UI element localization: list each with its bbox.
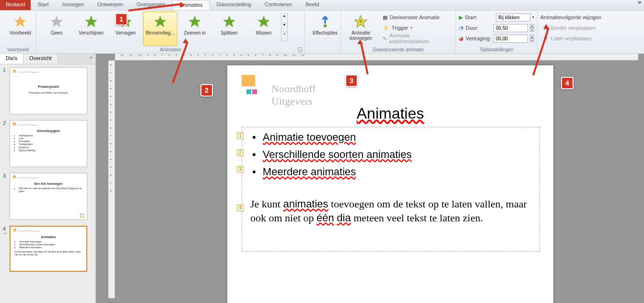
split-star-icon	[221, 14, 238, 29]
animation-painter-button[interactable]: ✎ Animatie kopiëren/plakken	[380, 34, 453, 43]
slide-canvas[interactable]: Noordhoff Uitgevers Animaties 1 2 3 4 An…	[227, 65, 553, 303]
ribbon-group-advanced: + Animatie toevoegen ▦ Deelvenster Anima…	[341, 11, 456, 53]
svg-marker-0	[14, 15, 26, 27]
anim-tag[interactable]: 3	[237, 166, 244, 173]
thumb-bullets: Achtergrond Link Animaties Overgangen Sm…	[19, 134, 83, 151]
callout-1: 1	[115, 13, 128, 25]
delay-spinner[interactable]: ▲▼	[530, 35, 534, 42]
start-select[interactable]	[496, 13, 530, 22]
selection-box	[242, 127, 540, 252]
options-dropdown-icon[interactable]	[637, 1, 642, 4]
anim-split-label: Splitsen	[221, 30, 238, 36]
timing-group-caption: Tijdsinstellingen	[456, 47, 537, 52]
animation-pane-button[interactable]: ▦ Deelvenster Animatie	[380, 12, 453, 22]
menu-insert[interactable]: Invoegen	[56, 0, 91, 10]
anim-floatin-label: Zweven in	[184, 30, 206, 36]
chevron-down-icon[interactable]: ▾	[532, 15, 534, 19]
duration-clock-icon: ◔	[459, 25, 464, 31]
thumb-title: Inhoudsopgave	[14, 129, 83, 133]
callout-2: 2	[200, 84, 213, 97]
none-star-icon	[48, 14, 65, 29]
svg-text:+: +	[359, 17, 363, 25]
slide-logo-text: Noordhoff Uitgevers	[271, 83, 316, 108]
trigger-label: Trigger	[392, 25, 408, 31]
effect-options-button[interactable]: Effectopties	[308, 12, 342, 46]
anim-tag[interactable]: 2	[237, 149, 244, 156]
thumb-number: 1	[3, 67, 8, 114]
delay-clock-icon: ◕	[459, 36, 464, 42]
delay-label: Vertraging:	[466, 36, 492, 41]
anim-none[interactable]: Geen	[39, 12, 74, 46]
duration-input[interactable]	[493, 24, 528, 32]
ribbon-group-reorder: Animatievolgorde wijzigen ▲ Eerder verpl…	[538, 11, 644, 53]
ribbon-group-preview: Voorbeeld Voorbeeld	[0, 11, 36, 53]
add-animation-icon: +	[352, 14, 369, 29]
appear-star-icon	[82, 14, 100, 29]
anim-wipe-label: Wissen	[256, 30, 272, 36]
trigger-button[interactable]: ⚡ Trigger ▾	[380, 23, 453, 33]
flyin-star-icon	[152, 14, 169, 29]
thumb-title: Animaties	[14, 235, 82, 239]
anim-fade-label: Vervagen	[116, 30, 136, 36]
slide-thumb[interactable]: 1 Noordhoff Uitgevers Powerpoint Present…	[3, 67, 94, 114]
menu-view[interactable]: Beeld	[299, 0, 326, 10]
anim-split[interactable]: Splitsen	[212, 12, 246, 46]
duration-spinner[interactable]: ▲▼	[530, 24, 534, 32]
thumb-title: Powerpoint	[14, 85, 83, 89]
anim-appear-label: Verschijnen	[79, 30, 104, 36]
animation-pane-icon: ▦	[383, 14, 387, 21]
adv-group-caption: Geavanceerde animatie	[341, 47, 456, 52]
thumb-extra: Je kunt animaties toevoegen om de tekst …	[14, 251, 82, 256]
wipe-star-icon	[255, 14, 272, 29]
thumb-bullets: Klik hier om naar de website van Noordho…	[19, 187, 83, 193]
menubar: Bestand Start Invoegen Ontwerpen Overgan…	[0, 0, 644, 11]
menu-file[interactable]: Bestand	[0, 0, 31, 10]
move-earlier-button[interactable]: ▲ Eerder verplaatsen	[540, 23, 641, 33]
slide-panel-tabs: Dia's Overzicht ×	[0, 54, 95, 64]
slide-thumb[interactable]: 4 ✦ Noordhoff Uitgevers Animaties Animat…	[3, 226, 94, 272]
anim-none-label: Geen	[51, 30, 62, 36]
editor-stage: · 12 · · · 11 · · · 10 · · · 9 · · · 8 ·…	[96, 54, 644, 303]
anim-tag[interactable]: 1	[237, 133, 244, 139]
svg-point-8	[324, 24, 327, 27]
anim-group-dialog-launcher[interactable]: ↘	[298, 48, 303, 52]
svg-marker-5	[188, 15, 201, 27]
slide-thumb[interactable]: 3 Noordhoff Uitgevers Een link toevoegen…	[3, 173, 94, 220]
thumb-number: 2	[3, 120, 8, 167]
thumb-title: Een link toevoegen	[14, 182, 83, 185]
ruler-horizontal: · 12 · · · 11 · · · 10 · · · 9 · · · 8 ·…	[115, 54, 638, 61]
preview-button[interactable]: Voorbeeld	[3, 12, 37, 46]
anim-tag[interactable]: 4	[237, 205, 244, 211]
menu-design[interactable]: Ontwerpen	[91, 0, 130, 10]
anim-group-caption: Animaties	[36, 47, 304, 52]
tab-outline[interactable]: Overzicht	[23, 54, 58, 64]
anim-flyin-label: Binnenvlieg...	[146, 30, 175, 36]
delay-input[interactable]	[493, 35, 528, 43]
start-play-icon: ▶	[459, 14, 463, 21]
anim-wipe[interactable]: Wissen	[246, 12, 281, 46]
anim-flyin[interactable]: Binnenvlieg...	[143, 12, 177, 46]
menu-review[interactable]: Controleren	[258, 0, 299, 10]
slide-logo: Noordhoff Uitgevers	[242, 75, 255, 88]
floatin-star-icon	[186, 14, 203, 29]
effect-options-label: Effectopties	[313, 30, 338, 36]
ruler-vertical: 8 · 7 · 6 · 5 · 4 · 3 · 2 · 1 · 0 · 1 · …	[108, 61, 115, 298]
move-later-label: Later verplaatsen	[551, 36, 592, 41]
svg-marker-6	[223, 15, 235, 27]
close-pane-icon[interactable]: ×	[87, 54, 95, 64]
thumb-anim-icon: ✦	[4, 231, 7, 236]
home-icon	[80, 214, 84, 218]
start-label: Start:	[465, 14, 494, 20]
menu-slideshow[interactable]: Diavoorstelling	[210, 0, 258, 10]
slide-panel: Dia's Overzicht × 1 Noordhoff Uitgevers …	[0, 54, 96, 303]
preview-label: Voorbeeld	[9, 30, 31, 36]
move-later-button[interactable]: ▼ Later verplaatsen	[540, 34, 641, 43]
menu-start[interactable]: Start	[31, 0, 55, 10]
anim-appear[interactable]: Verschijnen	[74, 12, 108, 46]
tab-slides[interactable]: Dia's	[0, 54, 23, 64]
svg-marker-7	[258, 15, 270, 27]
ribbon-group-animations: Geen Verschijnen Vervagen Binnenvlieg...…	[36, 11, 305, 53]
callout-4: 4	[561, 77, 574, 89]
slide-thumb[interactable]: 2 Noordhoff Uitgevers Inhoudsopgave Acht…	[3, 120, 94, 167]
gallery-scroll[interactable]: ▲ ▼ ≡	[281, 13, 288, 41]
